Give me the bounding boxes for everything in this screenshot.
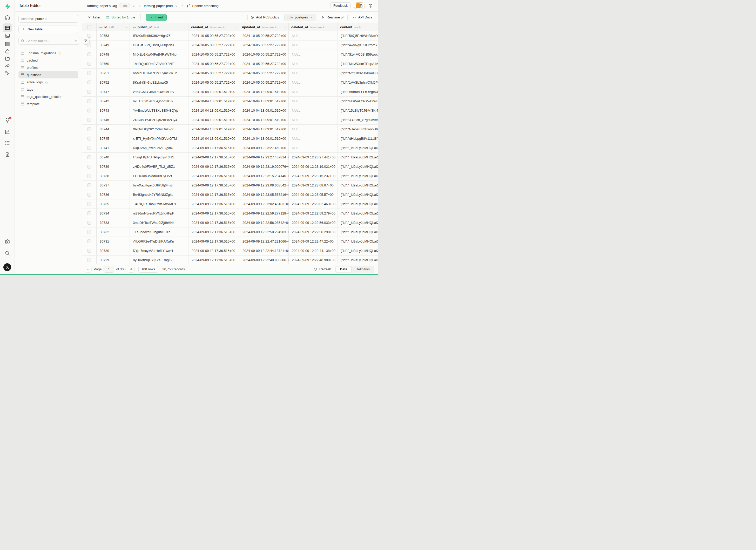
cell-id[interactable]: 30742: [97, 97, 130, 106]
row-checkbox[interactable]: [87, 174, 91, 178]
cell-created_at[interactable]: 2024-09-09 12:17:36.515+00: [188, 143, 239, 152]
cell-id[interactable]: 30738: [97, 171, 130, 180]
cell-created_at[interactable]: 2024-09-09 12:17:36.515+00: [188, 171, 239, 180]
nav-edge-functions[interactable]: [4, 62, 11, 69]
enable-branching-button[interactable]: Enable branching: [186, 4, 218, 8]
cell-created_at[interactable]: 2024-10-04 13:09:01.519+00: [188, 134, 239, 143]
cell-updated_at[interactable]: 2024-09-09 12:23:15.234146+00: [239, 171, 289, 180]
cell-id[interactable]: 30741: [97, 143, 130, 152]
cell-created_at[interactable]: 2024-09-09 12:17:36.515+00: [188, 181, 239, 190]
cell-public_id[interactable]: NhXEo1Xw04FnB4RzWTNjb: [130, 50, 188, 59]
cell-public_id[interactable]: nxFT002ISeRE-Qobg3K3k: [130, 97, 188, 106]
cell-deleted_at[interactable]: 2024-09-09 12:22:50.298+00: [289, 227, 337, 237]
cell-created_at[interactable]: 2024-09-09 12:17:36.515+00: [188, 153, 239, 162]
cell-created_at[interactable]: 2024-10-05 00:55:27.722+00: [188, 69, 239, 78]
row-checkbox[interactable]: [87, 239, 91, 243]
cell-content[interactable]: {"id":"_Id9aLyJpMHQLaiQC: [337, 237, 378, 246]
cell-public_id[interactable]: nj336mN5reuRVNZrKHFpF: [130, 209, 188, 218]
cell-content[interactable]: {"id":"B6tr6eEFLrOVgeUmH: [337, 87, 378, 96]
cell-id[interactable]: 30740: [97, 153, 130, 162]
cell-public_id[interactable]: 1hnRQjxSRm2V0VticY2NF: [130, 59, 188, 68]
cell-id[interactable]: 30731: [97, 237, 130, 246]
cell-content[interactable]: {"id":"_Id9aLyJpMHQLaiQC: [337, 227, 378, 237]
cell-updated_at[interactable]: 2024-10-05 00:55:27.722+00: [239, 31, 289, 40]
refresh-button[interactable]: Refresh: [314, 267, 331, 271]
column-header-public_id[interactable]: public_idtext: [130, 23, 188, 31]
cell-deleted_at[interactable]: 2024-09-09 12:23:05.57+00: [289, 190, 337, 199]
row-checkbox[interactable]: [87, 81, 91, 84]
search-tables-input[interactable]: [26, 39, 73, 43]
row-checkbox[interactable]: [87, 137, 91, 140]
cell-deleted_at[interactable]: NULL: [289, 115, 337, 124]
nav-logs[interactable]: [4, 139, 11, 146]
insert-button[interactable]: Insert: [146, 14, 167, 21]
cell-content[interactable]: {"id":"fvrQ1bXoJ6XaAD08G: [337, 69, 378, 78]
cell-updated_at[interactable]: 2024-09-09 12:23:08.668542+00: [239, 181, 289, 190]
cell-public_id[interactable]: XPQwDIqY6Y75SwDnU-qr_: [130, 125, 188, 134]
cell-id[interactable]: 30753: [97, 31, 130, 40]
cell-public_id[interactable]: _La6pddxcKJIbgufATJ1n: [130, 227, 188, 237]
cell-created_at[interactable]: 2024-10-05 00:55:27.722+00: [188, 31, 239, 40]
cell-content[interactable]: {"id":"NJe5s8ZmBwnoB6e3: [337, 125, 378, 134]
row-checkbox[interactable]: [87, 52, 91, 56]
cell-content[interactable]: {"id":"_Id9aLyJpMHQLaiQC: [337, 181, 378, 190]
cell-id[interactable]: 30748: [97, 50, 130, 59]
cell-public_id[interactable]: IEfA0sRh9hIXf62Y6ga75: [130, 31, 188, 40]
cell-updated_at[interactable]: 2024-10-04 13:09:01.519+00: [239, 134, 289, 143]
cell-content[interactable]: {"id":"1VASb3phnXXkQPCpv: [337, 78, 378, 87]
cell-deleted_at[interactable]: NULL: [289, 78, 337, 87]
cell-updated_at[interactable]: 2024-09-09 12:22:59.277128+00: [239, 209, 289, 218]
cell-id[interactable]: 30752: [97, 78, 130, 87]
column-header-deleted_at[interactable]: deleted_attimestamptz: [289, 23, 337, 31]
cell-content[interactable]: {"id":"rtHbLpgB8V11LUK7152: [337, 134, 378, 143]
cell-created_at[interactable]: 2024-10-05 00:55:27.722+00: [188, 50, 239, 59]
sidebar-table-item[interactable]: tags_questions_relation: [18, 93, 78, 100]
column-menu-icon[interactable]: [283, 25, 287, 29]
column-menu-icon[interactable]: [125, 25, 128, 29]
sidebar-table-item[interactable]: profiles: [18, 64, 78, 71]
cell-created_at[interactable]: 2024-09-09 12:17:36.515+00: [188, 227, 239, 237]
notifications-button[interactable]: !: [354, 2, 365, 9]
add-rls-policy-button[interactable]: Add RLS policy: [247, 14, 282, 21]
table-filter-button[interactable]: [82, 37, 90, 45]
cell-created_at[interactable]: 2024-10-04 13:09:01.519+00: [188, 97, 239, 106]
row-checkbox[interactable]: [87, 249, 91, 253]
row-checkbox[interactable]: [87, 90, 91, 94]
cell-created_at[interactable]: 2024-09-09 12:17:36.515+00: [188, 190, 239, 199]
page-number-input[interactable]: [104, 266, 114, 273]
supabase-logo-icon[interactable]: [4, 3, 11, 10]
cell-public_id[interactable]: 3muDHTceTWso9IZj8hHNI: [130, 218, 188, 227]
cell-created_at[interactable]: 2024-09-09 12:17:36.515+00: [188, 162, 239, 171]
cell-updated_at[interactable]: 2024-09-09 12:23:19.020076+00: [239, 162, 289, 171]
feedback-button[interactable]: Feedback: [330, 2, 351, 9]
cell-id[interactable]: 30746: [97, 115, 130, 124]
cell-deleted_at[interactable]: NULL: [289, 134, 337, 143]
cell-id[interactable]: 30745: [97, 134, 130, 143]
tab-data[interactable]: Data: [336, 266, 352, 272]
cell-id[interactable]: 30733: [97, 218, 130, 227]
cell-public_id[interactable]: YwEmuWdqT38XoSB048QYp: [130, 106, 188, 115]
nav-authentication[interactable]: [4, 48, 11, 55]
sidebar-table-item[interactable]: questions: [18, 71, 78, 78]
row-checkbox[interactable]: [87, 118, 91, 122]
cell-deleted_at[interactable]: 2024-09-09 12:22:47.22+00: [289, 237, 337, 246]
cell-id[interactable]: 30737: [97, 181, 130, 190]
cell-content[interactable]: {"id":"4wyNgK55lOfrpmYZc: [337, 41, 378, 50]
nav-home[interactable]: [4, 14, 11, 21]
row-checkbox[interactable]: [87, 109, 91, 112]
cell-deleted_at[interactable]: 2024-09-09 12:22:56.033+00: [289, 218, 337, 227]
cell-deleted_at[interactable]: 2024-09-09 12:22:44.138+00: [289, 246, 337, 255]
cell-updated_at[interactable]: 2024-09-09 12:22:40.986386+00: [239, 256, 289, 264]
cell-content[interactable]: {"id":"_Id9aLyJpMHQLaiQC: [337, 143, 378, 152]
cell-updated_at[interactable]: 2024-10-05 00:55:27.722+00: [239, 59, 289, 68]
new-table-button[interactable]: New table: [18, 25, 78, 33]
cell-public_id[interactable]: Be4KignzoK9YRGNI3Zgks: [130, 190, 188, 199]
row-checkbox[interactable]: [87, 62, 91, 66]
nav-database[interactable]: [4, 41, 11, 47]
cell-id[interactable]: 30729: [97, 256, 130, 264]
rows-per-page-button[interactable]: 100 rows: [138, 266, 158, 273]
cell-id[interactable]: 30743: [97, 106, 130, 115]
cell-public_id[interactable]: 8yUKotr9qGYjK2eFRhgLv: [130, 256, 188, 264]
cell-updated_at[interactable]: 2024-09-09 12:23:27.459+00: [239, 143, 289, 152]
cell-updated_at[interactable]: 2024-09-09 12:22:47.221066+00: [239, 237, 289, 246]
